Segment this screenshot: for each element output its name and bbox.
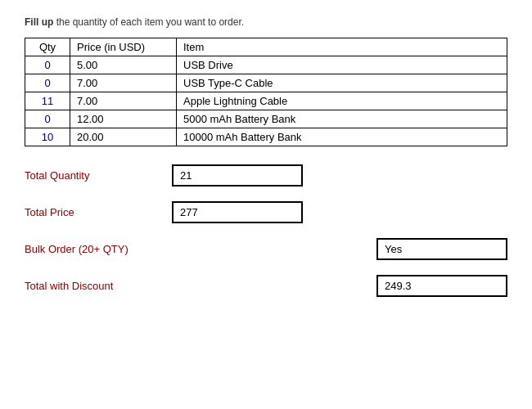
total-price-row: Total Price 277 — [25, 201, 507, 223]
table-row: 012.005000 mAh Battery Bank — [25, 110, 507, 128]
instruction-bold: Fill up — [25, 16, 53, 28]
bulk-order-row: Bulk Order (20+ QTY) Yes — [25, 238, 507, 260]
cell-item: USB Drive — [177, 56, 507, 74]
cell-qty: 0 — [25, 74, 70, 92]
total-price-label: Total Price — [25, 206, 164, 218]
total-discount-label: Total with Discount — [25, 280, 164, 292]
col-header-qty: Qty — [25, 38, 70, 56]
table-row: 07.00USB Type-C Cable — [25, 74, 507, 92]
cell-price: 12.00 — [70, 110, 177, 128]
cell-item: 5000 mAh Battery Bank — [177, 110, 507, 128]
cell-item: Apple Lightning Cable — [177, 92, 507, 110]
cell-qty: 0 — [25, 110, 70, 128]
cell-qty: 10 — [25, 128, 70, 146]
summary-section: Total Quantity 21 Total Price 277 Bulk O… — [25, 164, 507, 297]
cell-item: USB Type-C Cable — [177, 74, 507, 92]
cell-price: 20.00 — [70, 128, 177, 146]
total-discount-row: Total with Discount 249.3 — [25, 275, 507, 297]
total-quantity-value: 21 — [172, 164, 303, 187]
cell-price: 7.00 — [70, 92, 177, 110]
cell-price: 5.00 — [70, 56, 177, 74]
table-row: 05.00USB Drive — [25, 56, 507, 74]
col-header-item: Item — [177, 38, 507, 56]
cell-price: 7.00 — [70, 74, 177, 92]
cell-qty: 11 — [25, 92, 70, 110]
total-quantity-row: Total Quantity 21 — [25, 164, 507, 187]
bulk-order-label: Bulk Order (20+ QTY) — [25, 243, 164, 255]
instruction-text: Fill up the quantity of each item you wa… — [25, 16, 507, 28]
total-quantity-label: Total Quantity — [25, 169, 164, 182]
total-discount-value: 249.3 — [376, 275, 507, 297]
col-header-price: Price (in USD) — [70, 38, 177, 56]
table-row: 117.00Apple Lightning Cable — [25, 92, 507, 110]
total-price-value: 277 — [172, 201, 303, 223]
cell-item: 10000 mAh Battery Bank — [177, 128, 507, 146]
items-table: Qty Price (in USD) Item 05.00USB Drive07… — [25, 38, 507, 146]
bulk-order-value: Yes — [376, 238, 507, 260]
table-row: 1020.0010000 mAh Battery Bank — [25, 128, 507, 146]
cell-qty: 0 — [25, 56, 70, 74]
